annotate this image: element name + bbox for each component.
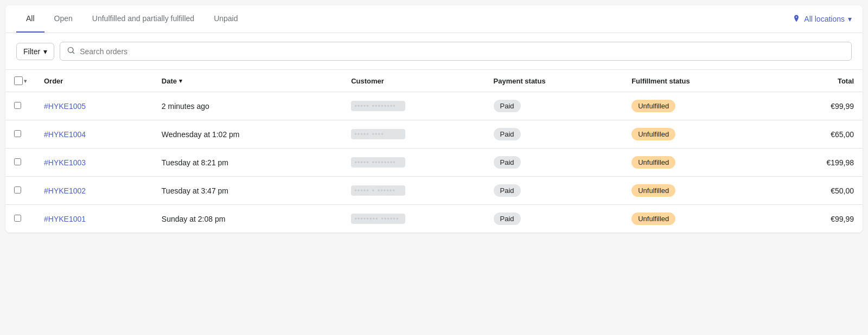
row-checkbox-cell bbox=[5, 177, 35, 205]
search-wrap bbox=[60, 42, 852, 61]
order-cell: #HYKE1003 bbox=[35, 149, 153, 177]
order-cell: #HYKE1004 bbox=[35, 120, 153, 149]
customer-name: ••••• • •••••• bbox=[351, 185, 405, 196]
fulfillment-status-cell: Unfulfilled bbox=[623, 120, 774, 149]
fulfillment-status-badge: Unfulfilled bbox=[631, 128, 675, 140]
tab-unpaid[interactable]: Unpaid bbox=[204, 5, 247, 33]
row-checkbox-cell bbox=[5, 120, 35, 149]
fulfillment-status-cell: Unfulfilled bbox=[623, 92, 774, 120]
row-checkbox[interactable] bbox=[14, 186, 21, 194]
payment-status-cell: Paid bbox=[485, 205, 623, 233]
payment-status-cell: Paid bbox=[485, 120, 623, 149]
tab-open[interactable]: Open bbox=[44, 5, 82, 33]
checkbox-chevron-icon[interactable]: ▾ bbox=[24, 78, 27, 84]
search-icon bbox=[67, 46, 75, 56]
payment-status-badge: Paid bbox=[494, 128, 521, 140]
table-row: #HYKE1005 2 minutes ago ••••• •••••••• P… bbox=[5, 92, 863, 120]
payment-status-cell: Paid bbox=[485, 177, 623, 205]
customer-name: ••••• •••••••• bbox=[351, 101, 405, 111]
payment-status-col-header: Payment status bbox=[485, 70, 623, 92]
filter-button[interactable]: Filter ▾ bbox=[16, 43, 54, 60]
date-col-header[interactable]: Date ▾ bbox=[153, 70, 342, 92]
date-cell: Wednesday at 1:02 pm bbox=[153, 120, 342, 149]
date-sort-icon: ▾ bbox=[179, 78, 182, 85]
customer-cell: ••••• •••• bbox=[342, 120, 484, 149]
search-input[interactable] bbox=[80, 47, 845, 56]
checkbox-header: ▾ bbox=[5, 70, 35, 92]
total-cell: €99,99 bbox=[774, 92, 863, 120]
filter-chevron-icon: ▾ bbox=[43, 47, 47, 56]
customer-cell: ••••• •••••••• bbox=[342, 149, 484, 177]
table-row: #HYKE1003 Tuesday at 8:21 pm ••••• •••••… bbox=[5, 149, 863, 177]
date-cell: Sunday at 2:08 pm bbox=[153, 205, 342, 233]
row-checkbox-cell bbox=[5, 92, 35, 120]
location-label: All locations bbox=[804, 15, 845, 23]
order-cell: #HYKE1005 bbox=[35, 92, 153, 120]
total-cell: €199,98 bbox=[774, 149, 863, 177]
tabs-bar: All Open Unfulfilled and partially fulfi… bbox=[5, 5, 863, 33]
orders-table: ▾ Order Date ▾ Customer Payment status F… bbox=[5, 70, 863, 233]
payment-status-badge: Paid bbox=[494, 184, 521, 197]
row-checkbox[interactable] bbox=[14, 130, 21, 137]
row-checkbox-cell bbox=[5, 205, 35, 233]
payment-status-badge: Paid bbox=[494, 100, 521, 112]
date-cell: 2 minutes ago bbox=[153, 92, 342, 120]
payment-status-badge: Paid bbox=[494, 156, 521, 169]
order-link[interactable]: #HYKE1002 bbox=[44, 186, 86, 195]
total-cell: €99,99 bbox=[774, 205, 863, 233]
order-link[interactable]: #HYKE1003 bbox=[44, 158, 86, 167]
fulfillment-status-cell: Unfulfilled bbox=[623, 177, 774, 205]
table-row: #HYKE1002 Tuesday at 3:47 pm ••••• • •••… bbox=[5, 177, 863, 205]
order-link[interactable]: #HYKE1001 bbox=[44, 215, 86, 223]
select-all-checkbox[interactable] bbox=[14, 76, 23, 85]
fulfillment-status-cell: Unfulfilled bbox=[623, 205, 774, 233]
payment-status-cell: Paid bbox=[485, 149, 623, 177]
total-cell: €50,00 bbox=[774, 177, 863, 205]
table-row: #HYKE1004 Wednesday at 1:02 pm ••••• •••… bbox=[5, 120, 863, 149]
total-cell: €65,00 bbox=[774, 120, 863, 149]
fulfillment-status-badge: Unfulfilled bbox=[631, 100, 675, 112]
row-checkbox[interactable] bbox=[14, 215, 21, 222]
total-col-header: Total bbox=[774, 70, 863, 92]
tab-unfulfilled[interactable]: Unfulfilled and partially fulfilled bbox=[82, 5, 204, 33]
tabs-left: All Open Unfulfilled and partially fulfi… bbox=[16, 5, 248, 33]
customer-name: ••••• •••••••• bbox=[351, 157, 405, 168]
fulfillment-status-badge: Unfulfilled bbox=[631, 212, 675, 225]
filter-label: Filter bbox=[23, 47, 40, 56]
customer-name: •••••••• •••••• bbox=[351, 214, 405, 224]
date-cell: Tuesday at 8:21 pm bbox=[153, 149, 342, 177]
chevron-down-icon: ▾ bbox=[848, 15, 852, 23]
location-dropdown[interactable]: All locations ▾ bbox=[792, 14, 852, 24]
fulfillment-status-badge: Unfulfilled bbox=[631, 184, 675, 197]
svg-line-1 bbox=[73, 52, 74, 54]
location-pin-icon bbox=[792, 14, 801, 24]
customer-cell: •••••••• •••••• bbox=[342, 205, 484, 233]
filter-bar: Filter ▾ bbox=[5, 33, 863, 70]
order-link[interactable]: #HYKE1004 bbox=[44, 130, 86, 139]
row-checkbox[interactable] bbox=[14, 102, 21, 109]
row-checkbox[interactable] bbox=[14, 158, 21, 165]
fulfillment-status-col-header: Fulfillment status bbox=[623, 70, 774, 92]
payment-status-badge: Paid bbox=[494, 212, 521, 225]
order-cell: #HYKE1002 bbox=[35, 177, 153, 205]
fulfillment-status-badge: Unfulfilled bbox=[631, 156, 675, 169]
customer-cell: ••••• • •••••• bbox=[342, 177, 484, 205]
order-cell: #HYKE1001 bbox=[35, 205, 153, 233]
table-row: #HYKE1001 Sunday at 2:08 pm •••••••• •••… bbox=[5, 205, 863, 233]
row-checkbox-cell bbox=[5, 149, 35, 177]
order-link[interactable]: #HYKE1005 bbox=[44, 102, 86, 111]
fulfillment-status-cell: Unfulfilled bbox=[623, 149, 774, 177]
customer-name: ••••• •••• bbox=[351, 129, 405, 139]
order-col-header: Order bbox=[35, 70, 153, 92]
customer-cell: ••••• •••••••• bbox=[342, 92, 484, 120]
orders-page: All Open Unfulfilled and partially fulfi… bbox=[5, 5, 863, 233]
payment-status-cell: Paid bbox=[485, 92, 623, 120]
customer-col-header: Customer bbox=[342, 70, 484, 92]
date-cell: Tuesday at 3:47 pm bbox=[153, 177, 342, 205]
tab-all[interactable]: All bbox=[16, 5, 44, 33]
